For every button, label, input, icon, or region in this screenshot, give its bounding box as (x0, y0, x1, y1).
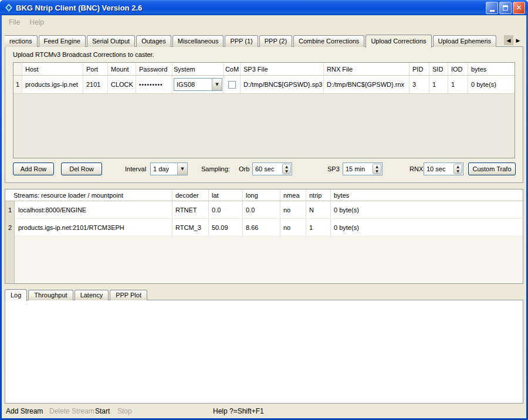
column-header-decoder: decoder (172, 189, 209, 201)
tab-broadcast-corrections-partial[interactable]: rections (5, 35, 38, 47)
client-area: File Help rections Feed Engine Serial Ou… (2, 15, 526, 418)
decoder-cell: RTCM_3 (172, 219, 209, 236)
system-combobox[interactable]: IGS08 ▼ (174, 78, 222, 91)
column-header-nmea: nmea (280, 189, 306, 201)
column-header-bytes: bytes (468, 63, 515, 75)
add-row-button[interactable]: Add Row (13, 162, 54, 175)
application-window: BKG Ntrip Client (BNC) Version 2.6 ✕ Fil… (0, 0, 528, 420)
window-controls: ✕ (486, 2, 525, 14)
sp3-file-cell[interactable]: D:/tmp/BNC${GPSWD}.sp3 (241, 76, 324, 93)
minimize-icon (490, 10, 495, 12)
upload-table-row[interactable]: 1 products.igs-ip.net 2101 CLOCK •••••••… (13, 76, 515, 94)
tab-upload-corrections[interactable]: Upload Corrections (365, 35, 431, 48)
iod-cell[interactable]: 1 (448, 76, 468, 93)
window-title: BKG Ntrip Client (BNC) Version 2.6 (16, 4, 486, 12)
tab-scroll-left-icon[interactable]: ◀ (504, 35, 513, 45)
titlebar[interactable]: BKG Ntrip Client (BNC) Version 2.6 ✕ (0, 0, 528, 15)
orb-sampling-value: 60 sec (253, 163, 282, 175)
system-cell: IGS08 ▼ (172, 76, 224, 93)
app-icon (4, 3, 13, 12)
tab-miscellaneous[interactable]: Miscellaneous (172, 35, 224, 47)
column-header-long: long (243, 189, 280, 201)
column-header-lat: lat (209, 189, 243, 201)
start-button[interactable]: Start (95, 405, 110, 418)
rnx-sampling-spinbox[interactable]: 10 sec ▲ ▼ (424, 162, 463, 175)
tab-outages[interactable]: Outages (136, 35, 171, 47)
dropdown-arrow-icon[interactable]: ▼ (212, 79, 222, 90)
column-header-com: CoM (224, 63, 241, 75)
tab-ppp-plot[interactable]: PPP Plot (110, 290, 147, 300)
nmea-cell: no (280, 219, 306, 236)
streams-table: Streams: resource loader / mountpoint de… (5, 189, 523, 284)
host-cell[interactable]: products.igs-ip.net (22, 76, 83, 93)
delete-stream-button: Delete Stream (49, 405, 94, 418)
column-header-streams-mountpoint: Streams: resource loader / mountpoint (5, 189, 172, 201)
spin-up-icon[interactable]: ▲ (373, 164, 381, 169)
interval-combobox[interactable]: 1 day ▼ (150, 162, 188, 175)
sp3-sampling-spinbox[interactable]: 15 min ▲ ▼ (343, 162, 383, 175)
column-header-sid: SID (429, 63, 448, 75)
column-header-sp3-file: SP3 File (241, 63, 324, 75)
nmea-cell: no (280, 201, 306, 218)
tab-serial-output[interactable]: Serial Output (87, 35, 135, 47)
column-header-ntrip: ntrip (306, 189, 331, 201)
sid-cell[interactable]: 1 (429, 76, 448, 93)
menubar: File Help (2, 15, 526, 29)
menu-help[interactable]: Help (25, 16, 49, 28)
maximize-button[interactable] (499, 2, 512, 14)
port-cell[interactable]: 2101 (83, 76, 108, 93)
streams-table-body: 1 2 localhost:8000/ENGINE RTNET 0.0 0.0 … (5, 201, 523, 284)
spinner: ▲ ▼ (373, 164, 381, 174)
stop-button: Stop (117, 405, 132, 418)
tab-combine-corrections[interactable]: Combine Corrections (293, 35, 364, 47)
add-stream-button[interactable]: Add Stream (6, 405, 43, 418)
spin-down-icon[interactable]: ▼ (454, 169, 462, 174)
column-header-mount: Mount (108, 63, 136, 75)
decoder-cell: RTNET (172, 201, 209, 218)
upload-table-header: Host Port Mount Password System CoM SP3 … (13, 63, 515, 76)
column-header-password: Password (136, 63, 172, 75)
bytes-cell: 0 byte(s) (331, 219, 523, 236)
ntrip-cell: N (306, 201, 331, 218)
tab-feed-engine[interactable]: Feed Engine (39, 35, 86, 47)
close-icon: ✕ (516, 4, 522, 11)
spinner: ▲ ▼ (453, 164, 462, 174)
spin-down-icon[interactable]: ▼ (373, 169, 381, 174)
del-row-button[interactable]: Del Row (61, 162, 102, 175)
tab-ppp-1[interactable]: PPP (1) (225, 35, 258, 47)
tab-log[interactable]: Log (5, 289, 27, 301)
dropdown-arrow-icon[interactable]: ▼ (177, 163, 187, 175)
stream-row-rtcm3eph[interactable]: products.igs-ip.net:2101/RTCM3EPH RTCM_3… (15, 219, 523, 236)
com-checkbox[interactable] (228, 81, 236, 89)
long-cell: 8.66 (243, 219, 280, 236)
password-cell[interactable]: ••••••••• (136, 76, 172, 93)
stream-row-engine[interactable]: localhost:8000/ENGINE RTNET 0.0 0.0 no N… (15, 201, 523, 219)
column-header-host: Host (22, 63, 83, 75)
row-number: 1 (5, 206, 15, 214)
tab-upload-ephemeris[interactable]: Upload Ephemeris (433, 35, 497, 47)
row-number: 1 (13, 76, 22, 93)
orb-sampling-spinbox[interactable]: 60 sec ▲ ▼ (252, 162, 292, 175)
minimize-button[interactable] (486, 2, 498, 14)
upload-corrections-page: Upload RTCMv3 Broadcast Corrections to c… (5, 46, 523, 183)
spinner: ▲ ▼ (282, 164, 291, 174)
streams-table-header: Streams: resource loader / mountpoint de… (5, 189, 523, 201)
tab-bar: rections Feed Engine Serial Output Outag… (5, 34, 523, 47)
close-button[interactable]: ✕ (513, 2, 525, 14)
help-shortcut-label: Help ?=Shift+F1 (213, 405, 264, 418)
pid-cell[interactable]: 3 (409, 76, 429, 93)
log-tab-bar: Log Throughput Latency PPP Plot (5, 289, 148, 300)
tab-ppp-2[interactable]: PPP (2) (259, 35, 292, 47)
tab-throughput[interactable]: Throughput (28, 290, 73, 300)
custom-trafo-button[interactable]: Custom Trafo (468, 162, 516, 175)
log-viewport[interactable] (5, 300, 523, 404)
rnx-file-cell[interactable]: D:/tmp/BNC${GPSWD}.rnx (324, 76, 409, 93)
menu-file[interactable]: File (4, 16, 25, 28)
tab-latency[interactable]: Latency (75, 290, 109, 300)
column-header-rnx-file: RNX File (324, 63, 409, 75)
spin-up-icon[interactable]: ▲ (454, 164, 462, 169)
spin-down-icon[interactable]: ▼ (283, 169, 290, 174)
mount-cell[interactable]: CLOCK (108, 76, 136, 93)
spin-up-icon[interactable]: ▲ (283, 164, 290, 169)
tab-scroll-right-icon[interactable]: ▶ (513, 35, 523, 45)
